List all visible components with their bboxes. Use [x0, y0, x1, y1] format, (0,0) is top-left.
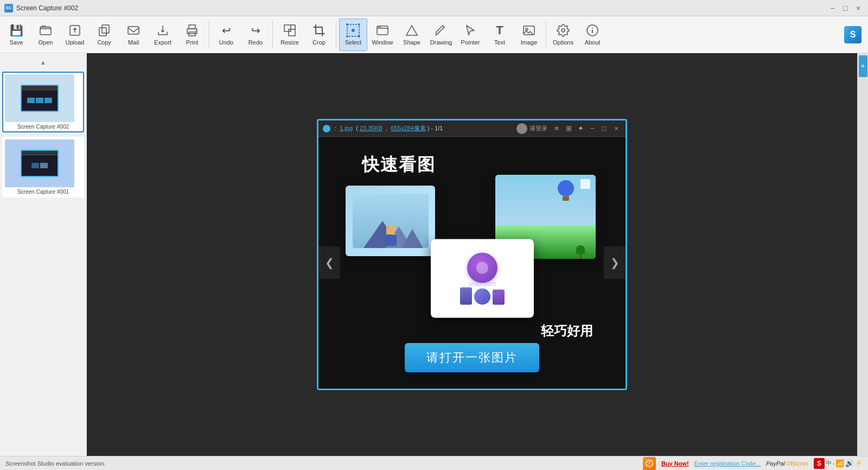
app-title: Screen Capture #002	[16, 4, 78, 12]
svg-rect-2	[102, 25, 109, 33]
options-icon	[556, 23, 571, 38]
tool-print[interactable]: Print	[178, 18, 206, 51]
tool-save[interactable]: 💾 Save	[2, 18, 30, 51]
tool-undo-label: Undo	[219, 39, 233, 46]
buy-now-link[interactable]: Buy Now!	[661, 460, 689, 467]
tool-about[interactable]: About	[578, 18, 607, 51]
thumbnail-001[interactable]: Screen Capture #001	[2, 137, 84, 198]
separator-2	[272, 21, 273, 48]
close-button[interactable]: ×	[853, 3, 864, 14]
system-tray: PayPal ©Bitcoin	[766, 460, 808, 467]
svg-point-8	[195, 30, 196, 31]
tool-copy[interactable]: Copy	[90, 18, 118, 51]
tool-open-label: Open	[39, 39, 53, 46]
svg-point-21	[526, 28, 528, 30]
tool-redo[interactable]: ↪ Redo	[241, 18, 270, 51]
tool-text[interactable]: T Text	[486, 18, 514, 51]
viewer-menu-btn[interactable]: ≡	[552, 124, 561, 134]
tool-open[interactable]: Open	[31, 18, 60, 51]
viewer-grid-btn[interactable]: ⊞	[564, 124, 573, 134]
tool-upload-label: Upload	[66, 39, 85, 46]
sidebar-scroll-up[interactable]: ▲	[2, 58, 84, 67]
svg-rect-20	[524, 26, 534, 35]
tray-network: 📶	[835, 459, 844, 467]
undo-icon: ↩	[219, 23, 234, 38]
tool-export[interactable]: Export	[149, 18, 177, 51]
maximize-button[interactable]: □	[840, 3, 851, 14]
mini-window-001	[21, 150, 59, 177]
tool-text-label: Text	[494, 39, 505, 46]
tool-pointer[interactable]: Pointer	[456, 18, 484, 51]
open-icon	[38, 23, 53, 38]
shape-1	[460, 287, 472, 304]
main-area: ▲ Screen Capture #002	[0, 53, 868, 456]
balloon-body	[558, 180, 574, 196]
tool-image[interactable]: Image	[515, 18, 543, 51]
tool-mail[interactable]: Mail	[119, 18, 148, 51]
mail-icon	[126, 23, 141, 38]
svg-rect-10	[289, 29, 295, 36]
tool-mail-label: Mail	[128, 39, 139, 46]
tool-window[interactable]: Window	[368, 18, 397, 51]
minimize-button[interactable]: −	[827, 3, 838, 14]
pointer-icon	[463, 23, 478, 38]
tool-options[interactable]: Options	[549, 18, 577, 51]
viewer-sep: ,	[384, 125, 389, 131]
svg-rect-5	[189, 25, 195, 29]
toolbar-logo: S	[844, 26, 861, 43]
tool-resize-label: Resize	[280, 39, 299, 46]
svg-point-13	[346, 23, 348, 26]
viewer-content: ❮ ❯ 快速看图	[318, 137, 626, 389]
tool-crop[interactable]: Crop	[305, 18, 333, 51]
statusbar-right: Buy Now! Enter registration Code... PayP…	[643, 457, 863, 470]
statusbar: Screenshot Studio evaluation version. Bu…	[0, 456, 868, 470]
tool-upload[interactable]: Upload	[61, 18, 89, 51]
tool-save-label: Save	[9, 39, 23, 46]
open-image-button[interactable]: 请打开一张图片	[405, 343, 539, 372]
tool-resize[interactable]: Resize	[276, 18, 304, 51]
shape-3	[493, 289, 505, 304]
card-sky	[495, 175, 596, 225]
tray-dot: ·	[833, 460, 834, 467]
viewer-login-text[interactable]: 请登录	[529, 124, 547, 132]
tool-select[interactable]: Select	[339, 18, 367, 51]
card-balloon	[558, 180, 574, 202]
title-bar-left: SC Screen Capture #002	[4, 4, 78, 12]
thumb-002-image	[5, 74, 74, 122]
viewer-filename: : 1.jpg ( 23.35KB , 655x284像素 ) - 1/1	[335, 124, 443, 132]
tray-battery: ⚡	[855, 460, 863, 467]
viewer-file: :	[335, 125, 338, 131]
redo-icon: ↪	[248, 23, 263, 38]
separator-4	[546, 21, 546, 48]
svg-rect-9	[284, 25, 291, 31]
tool-shape[interactable]: Shape	[398, 18, 426, 51]
viewer-dimensions-link[interactable]: 655x284像素	[391, 125, 425, 131]
statusbar-text: Screenshot Studio evaluation version.	[5, 460, 106, 467]
viewer-filesize: (	[354, 125, 358, 131]
tray-sound: 🔊	[845, 459, 854, 467]
svg-point-15	[346, 35, 348, 37]
title-bar-controls: − □ ×	[827, 3, 864, 14]
viewer-filename-link[interactable]: 1.jpg	[340, 125, 353, 131]
tool-undo[interactable]: ↩ Undo	[212, 18, 240, 51]
thumbnail-002[interactable]: Screen Capture #002	[2, 72, 84, 132]
viewer-close-btn[interactable]: ×	[611, 124, 621, 134]
viewer-maximize-btn[interactable]: □	[599, 124, 609, 134]
viewer-avatar	[516, 123, 527, 134]
person-body	[385, 235, 397, 246]
tool-drawing[interactable]: Drawing	[427, 18, 455, 51]
paypal-text: PayPal	[766, 460, 785, 467]
svg-rect-0	[40, 27, 51, 35]
card-app-content	[460, 252, 505, 304]
about-icon	[585, 23, 600, 38]
registration-link[interactable]: Enter registration Code...	[694, 460, 761, 467]
mini-window-002	[21, 85, 59, 112]
print-icon	[184, 23, 200, 38]
resize-icon	[282, 23, 297, 38]
viewer-minimize-btn[interactable]: −	[588, 124, 597, 134]
balloon-basket	[563, 196, 569, 201]
viewer-pin-btn[interactable]: ✦	[576, 124, 585, 134]
thumbnail-001-label: Screen Capture #001	[5, 189, 81, 195]
app-shapes	[460, 287, 505, 304]
viewer-filesize-link[interactable]: 23.35KB	[360, 125, 382, 131]
